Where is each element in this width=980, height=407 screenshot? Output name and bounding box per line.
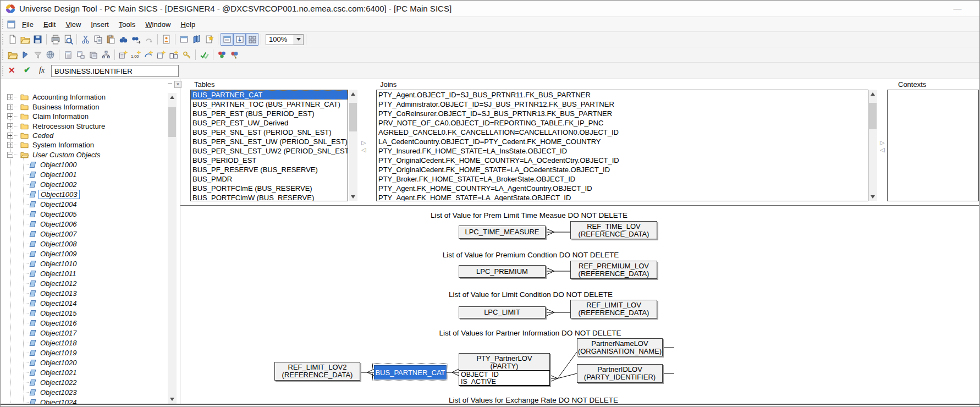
detect-objects-icon[interactable]: [117, 48, 130, 61]
open-universe-icon[interactable]: [6, 48, 19, 61]
tree-folder-system[interactable]: System Information: [1, 140, 96, 150]
table-row[interactable]: BUS_PMDR: [191, 174, 348, 184]
expand-plus-icon[interactable]: [7, 123, 13, 129]
menu-view[interactable]: View: [60, 19, 86, 30]
open-folder-icon[interactable]: [19, 33, 31, 46]
join-row[interactable]: PTY_OriginalCedent.FK_HOME_COUNTRY=LA_OC…: [377, 156, 868, 165]
tree-folder-label[interactable]: Retrocession Structure: [31, 122, 107, 130]
tree-object-label[interactable]: Object1023: [38, 388, 79, 397]
table-row[interactable]: BUS_PERIOD_EST: [191, 156, 348, 165]
tree-folder-label[interactable]: System Information: [31, 141, 96, 149]
join-row[interactable]: LA_CedentCountry.OBJECT_ID=PTY_Cedent.FK…: [377, 137, 868, 146]
tree-object-label[interactable]: Object1001: [38, 170, 79, 179]
universe-object-tree[interactable]: Accounting Information Business Informat…: [1, 79, 168, 404]
tree-scrollbar[interactable]: [168, 93, 177, 404]
tree-object[interactable]: Object1015: [1, 309, 79, 318]
menu-insert[interactable]: Insert: [86, 19, 114, 30]
table-row[interactable]: BUS_PARTNER_TOC (BUS_PARTNER_CAT): [191, 100, 348, 109]
join-row[interactable]: AGREED_CANCEL0.FK_CANCELLATION=CANCELLAT…: [377, 128, 868, 137]
tree-object[interactable]: Object1001: [1, 170, 79, 179]
diagram-table-lpc-limit[interactable]: LPC_LIMIT: [459, 306, 546, 318]
diagram-annotation[interactable]: List of Value for Limit Condition DO NOT…: [449, 290, 613, 299]
print-icon[interactable]: [49, 33, 62, 46]
join-row[interactable]: PTY_Administrator.OBJECT_ID=SJ_BUS_PRTNR…: [377, 100, 868, 109]
expand-plus-icon[interactable]: [7, 94, 13, 100]
check-integrity-icon[interactable]: [198, 48, 211, 61]
tree-object[interactable]: Object1008: [1, 239, 79, 249]
scroll-up-icon[interactable]: [168, 93, 177, 102]
tree-object-label[interactable]: Object1015: [38, 309, 79, 317]
tree-object-label[interactable]: Object1012: [38, 279, 79, 288]
diagram-table-ref-limit-lov2[interactable]: REF_LIMIT_LOV2 (REFERENCE_DATA): [274, 362, 360, 381]
menu-tools[interactable]: Tools: [114, 19, 140, 30]
expand-plus-icon[interactable]: [7, 142, 13, 148]
table-row[interactable]: BUS_PER_SNL_EST_UW (PERIOD_SNL_EST): [191, 137, 348, 146]
detect-keys-icon[interactable]: [180, 48, 193, 61]
table-row[interactable]: BUS_PER_EST_UW_Derived: [191, 118, 348, 128]
tree-object-label[interactable]: Object1003: [38, 190, 80, 199]
connections-icon[interactable]: [216, 48, 228, 61]
scroll-down-icon[interactable]: [349, 193, 357, 201]
tree-object[interactable]: Object1020: [1, 358, 79, 367]
tree-folder-business[interactable]: Business Information: [1, 102, 101, 112]
tables-list[interactable]: BUS_PARTNER_CAT BUS_PARTNER_TOC (BUS_PAR…: [190, 90, 348, 201]
tree-folder-accounting[interactable]: Accounting Information: [1, 92, 107, 102]
tree-object[interactable]: Object1023: [1, 388, 79, 397]
tree-object[interactable]: Object1022: [1, 378, 79, 387]
insert-table-icon[interactable]: [62, 48, 74, 61]
detect-aliases-icon[interactable]: [168, 48, 180, 61]
scroll-up-icon[interactable]: [349, 90, 357, 98]
tree-object-selected[interactable]: Object1003: [1, 190, 80, 199]
show-pane-icon[interactable]: [19, 48, 31, 61]
table-browser-toggle-icon[interactable]: [221, 33, 233, 46]
tree-folder-ceded[interactable]: Ceded: [1, 131, 55, 140]
tree-object-label[interactable]: Object1000: [38, 161, 79, 169]
scroll-up-icon[interactable]: [868, 90, 877, 98]
diagram-table-lpc-premium[interactable]: LPC_PREMIUM: [459, 265, 546, 278]
zoom-dropdown-button[interactable]: [294, 34, 304, 45]
tree-object-label[interactable]: Object1018: [38, 339, 79, 347]
insert-alias-icon[interactable]: [74, 48, 87, 61]
tree-folder-label[interactable]: Accounting Information: [31, 93, 107, 101]
diagram-table-partneridlov[interactable]: PartnerIDLOV (PARTY_IDENTIFIER): [577, 364, 663, 383]
tree-object-label[interactable]: Object1021: [38, 369, 79, 377]
scroll-down-icon[interactable]: [168, 395, 177, 404]
undo-icon[interactable]: [142, 33, 155, 46]
find-next-icon[interactable]: [130, 33, 142, 46]
tree-object[interactable]: Object1013: [1, 289, 79, 298]
scroll-down-icon[interactable]: [868, 193, 877, 201]
tree-object-label[interactable]: Object1005: [38, 210, 79, 218]
menu-window[interactable]: Window: [140, 19, 175, 30]
joins-scrollbar[interactable]: [868, 90, 877, 201]
formula-validate-icon[interactable]: ✔: [24, 65, 31, 75]
diagram-annotation[interactable]: List of Value for Premium Condtion DO NO…: [443, 251, 619, 259]
tree-object[interactable]: Object1002: [1, 180, 79, 189]
menu-help[interactable]: Help: [175, 19, 200, 30]
tree-object[interactable]: Object1009: [1, 249, 79, 258]
tree-object-label[interactable]: Object1008: [38, 240, 79, 248]
tree-object-label[interactable]: Object1020: [38, 359, 79, 367]
tree-object[interactable]: Object1006: [1, 219, 79, 229]
tree-folder-claim[interactable]: Claim Information: [1, 112, 90, 121]
tree-object[interactable]: Object1012: [1, 279, 79, 288]
new-document-icon[interactable]: [6, 33, 19, 46]
expand-left-icon[interactable]: ◁: [361, 146, 366, 153]
tree-object[interactable]: Object1018: [1, 338, 79, 348]
list-mode-toggle-icon[interactable]: [246, 33, 258, 46]
detect-joins-icon[interactable]: [142, 48, 155, 61]
tree-object-label[interactable]: Object1017: [38, 329, 79, 337]
expand-left-icon[interactable]: ◁: [880, 146, 884, 153]
tree-object[interactable]: Object1017: [1, 328, 79, 338]
tree-object-label[interactable]: Object1013: [38, 289, 79, 298]
filter-icon[interactable]: [31, 48, 44, 61]
tree-object-label[interactable]: Object1006: [38, 220, 79, 228]
table-row[interactable]: BUS_PF_RESERVE (BUS_RESERVE): [191, 165, 348, 174]
pane-close-button[interactable]: ×: [174, 81, 181, 88]
join-row[interactable]: PTY_OriginalCedent.FK_HOME_STATE=LA_OCed…: [377, 165, 868, 174]
scrollbar-thumb[interactable]: [168, 107, 176, 137]
tree-folder-label[interactable]: Claim Information: [31, 112, 90, 120]
expand-plus-icon[interactable]: [7, 113, 13, 119]
table-row[interactable]: BUS_PER_EST (BUS_PERIOD_EST): [191, 109, 348, 118]
tree-folder-label[interactable]: Business Information: [31, 103, 101, 111]
pane-splitter-arrows[interactable]: ▷ ◁: [361, 139, 366, 153]
